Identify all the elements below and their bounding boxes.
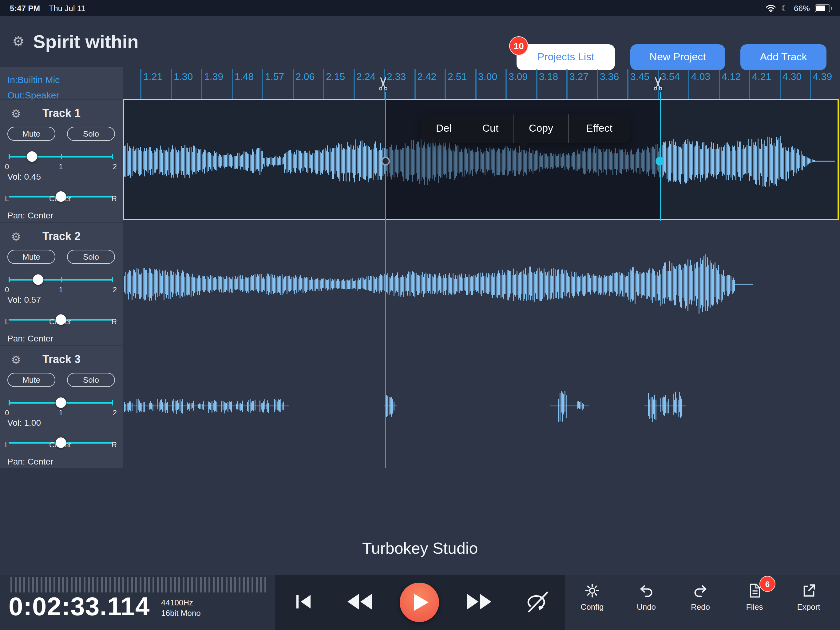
track-name: Track 2 — [0, 230, 123, 243]
projects-badge: 10 — [509, 36, 528, 55]
volume-thumb[interactable] — [27, 151, 38, 162]
pan-value: Pan: Center — [7, 456, 53, 466]
audio-format-info: 44100Hz 16bit Mono — [161, 597, 201, 618]
add-track-label: Add Track — [760, 51, 807, 63]
loop-off-icon — [524, 589, 551, 614]
pan-thumb[interactable] — [56, 192, 66, 202]
new-project-button[interactable]: New Project — [630, 44, 725, 70]
selection-end-handle[interactable] — [655, 157, 664, 166]
rewind-button[interactable] — [345, 592, 374, 613]
edit-context-menu: DelCutCopyEffect — [421, 114, 630, 143]
context-menu-notch — [519, 142, 530, 153]
play-icon — [414, 594, 428, 611]
gear-icon — [584, 583, 600, 598]
toolbar-config-button[interactable]: Config — [565, 583, 619, 611]
toolbar-label: Export — [797, 602, 820, 611]
mute-button[interactable]: Mute — [7, 250, 55, 264]
track-name: Track 1 — [0, 107, 123, 120]
loop-toggle-button[interactable] — [524, 589, 551, 616]
volume-scale: 012 — [5, 162, 117, 171]
date: Thu Jul 11 — [49, 3, 85, 13]
rewind-icon — [345, 592, 374, 611]
new-project-label: New Project — [649, 51, 706, 63]
solo-button[interactable]: Solo — [67, 250, 115, 264]
track-name: Track 3 — [0, 353, 123, 366]
wifi-icon — [766, 4, 776, 12]
projects-list-label: Projects List — [537, 51, 594, 63]
undo-icon — [638, 583, 654, 598]
volume-slider[interactable] — [9, 274, 113, 285]
time-display: 0:02:33.114 — [9, 592, 150, 621]
toolbar-label: Config — [581, 602, 603, 611]
pan-value: Pan: Center — [7, 211, 53, 220]
do-not-disturb-moon-icon: ☾ — [781, 3, 789, 13]
files-badge: 6 — [759, 576, 775, 592]
clock: 5:47 PM — [10, 3, 40, 13]
utility-toolbar: ConfigUndoRedoFiles6Export — [565, 583, 836, 611]
volume-scale: 012 — [5, 408, 117, 417]
redo-icon — [692, 583, 708, 598]
track-panel-1: ⚙ Track 1 Mute Solo 012 Vol: 0.45 LCente… — [0, 99, 123, 223]
project-title: Spirit within — [33, 31, 138, 52]
volume-thumb[interactable] — [33, 274, 44, 285]
menu-item-copy[interactable]: Copy — [513, 114, 568, 143]
pan-thumb[interactable] — [56, 314, 66, 325]
track-panel-2: ⚙ Track 2 Mute Solo 012 Vol: 0.57 LCente… — [0, 222, 123, 346]
mute-button[interactable]: Mute — [7, 127, 55, 141]
play-button[interactable] — [400, 583, 439, 622]
pan-value: Pan: Center — [7, 334, 53, 343]
header: ⚙ Spirit within Projects List 10 New Pro… — [0, 16, 840, 67]
toolbar-undo-button[interactable]: Undo — [619, 583, 673, 611]
sidebar: In:Builtin Mic Out:Speaker ⚙ Track 1 Mut… — [0, 67, 123, 468]
toolbar-export-button[interactable]: Export — [782, 583, 836, 611]
solo-button[interactable]: Solo — [67, 127, 115, 141]
fast-forward-button[interactable] — [464, 592, 494, 613]
solo-button[interactable]: Solo — [67, 373, 115, 387]
bit-depth: 16bit Mono — [161, 608, 201, 618]
mute-button[interactable]: Mute — [7, 373, 55, 387]
add-track-button[interactable]: Add Track — [741, 44, 826, 70]
menu-item-cut[interactable]: Cut — [467, 114, 513, 143]
volume-scale: 012 — [5, 285, 117, 294]
settings-gear-icon[interactable]: ⚙ — [12, 33, 24, 49]
playhead-line — [385, 92, 386, 468]
volume-value: Vol: 0.45 — [7, 172, 41, 182]
projects-list-button[interactable]: Projects List 10 — [516, 44, 615, 70]
toolbar-redo-button[interactable]: Redo — [673, 583, 728, 611]
toolbar-label: Undo — [637, 602, 656, 611]
export-icon — [801, 583, 816, 598]
sample-rate: 44100Hz — [161, 597, 201, 608]
trim-end-scissors-icon[interactable]: ✂ — [647, 76, 669, 91]
volume-value: Vol: 1.00 — [7, 418, 41, 427]
skip-to-start-button[interactable] — [293, 591, 314, 614]
menu-item-del[interactable]: Del — [421, 114, 467, 143]
status-bar: 5:47 PM Thu Jul 11 ☾ 66% — [0, 0, 840, 16]
menu-item-effect[interactable]: Effect — [568, 114, 630, 143]
pan-thumb[interactable] — [56, 437, 66, 448]
toolbar-label: Redo — [691, 602, 710, 611]
app-window: 5:47 PM Thu Jul 11 ☾ 66% ⚙ Spirit within… — [0, 0, 840, 630]
trim-start-scissors-icon[interactable]: ✂ — [373, 76, 394, 91]
app-brand-label: Turbokey Studio — [0, 539, 840, 558]
level-meter — [11, 577, 266, 592]
volume-slider[interactable] — [9, 397, 113, 408]
volume-slider[interactable] — [9, 151, 113, 162]
selection-start-handle[interactable] — [381, 157, 390, 166]
battery-percent: 66% — [794, 3, 810, 13]
track-panel-3: ⚙ Track 3 Mute Solo 012 Vol: 1.00 LCente… — [0, 345, 123, 469]
volume-thumb[interactable] — [56, 397, 66, 408]
battery-icon — [815, 4, 830, 12]
audio-input-label[interactable]: In:Builtin Mic — [7, 72, 115, 87]
skip-to-start-icon — [293, 591, 314, 612]
toolbar-files-button[interactable]: Files6 — [728, 583, 782, 611]
fast-forward-icon — [464, 592, 494, 611]
volume-value: Vol: 0.57 — [7, 295, 41, 304]
toolbar-label: Files — [746, 602, 763, 611]
selection-end-line — [660, 92, 661, 221]
